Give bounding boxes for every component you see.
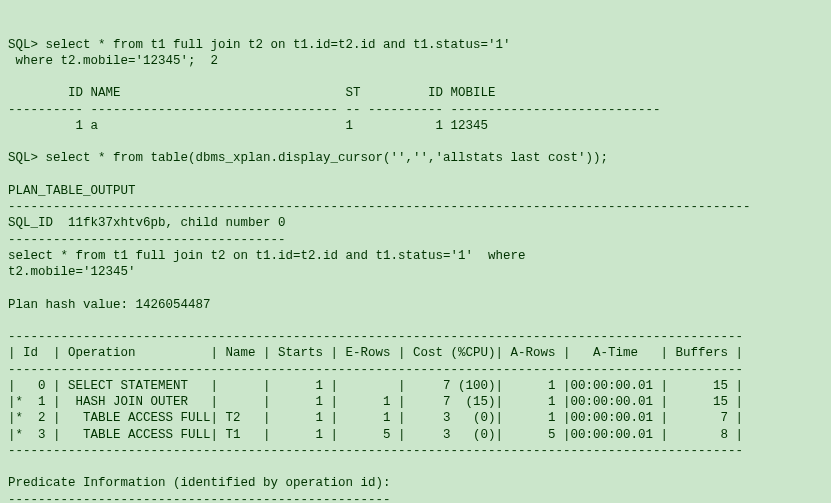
predicate-header: Predicate Information (identified by ope… <box>8 476 391 490</box>
result-divider: ---------- -----------------------------… <box>8 103 661 117</box>
sql-prompt: SQL> <box>8 38 38 52</box>
stmt-echo: select * from t1 full join t2 on t1.id=t… <box>8 249 526 263</box>
plan-row: |* 1 | HASH JOIN OUTER | | 1 | 1 | 7 (15… <box>8 395 743 409</box>
plan-header-row: | Id | Operation | Name | Starts | E-Row… <box>8 346 743 360</box>
sql-id-line: SQL_ID 11fk37xhtv6pb, child number 0 <box>8 216 286 230</box>
plan-row: |* 2 | TABLE ACCESS FULL| T2 | 1 | 1 | 3… <box>8 411 743 425</box>
plan-row: |* 3 | TABLE ACCESS FULL| T1 | 1 | 5 | 3… <box>8 428 743 442</box>
result-row: 1 a 1 1 12345 <box>8 119 488 133</box>
plan-divider: ----------------------------------------… <box>8 363 743 377</box>
sql-prompt: SQL> <box>8 151 38 165</box>
divider: ------------------------------------- <box>8 233 286 247</box>
sql-statement-line: select * from t1 full join t2 on t1.id=t… <box>46 38 511 52</box>
plan-divider: ----------------------------------------… <box>8 330 743 344</box>
sql-statement-line: select * from table(dbms_xplan.display_c… <box>46 151 609 165</box>
result-header: ID NAME ST ID MOBILE <box>8 86 496 100</box>
plan-row: | 0 | SELECT STATEMENT | | 1 | | 7 (100)… <box>8 379 743 393</box>
stmt-echo: t2.mobile='12345' <box>8 265 136 279</box>
plan-divider: ----------------------------------------… <box>8 444 743 458</box>
divider: ----------------------------------------… <box>8 493 391 504</box>
sql-statement-line: where t2.mobile='12345'; 2 <box>16 54 219 68</box>
plan-table-output-header: PLAN_TABLE_OUTPUT <box>8 184 136 198</box>
plan-hash: Plan hash value: 1426054487 <box>8 298 211 312</box>
divider: ----------------------------------------… <box>8 200 751 214</box>
